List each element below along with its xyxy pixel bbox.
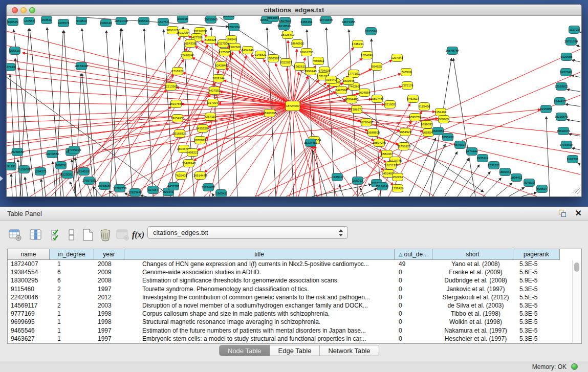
cell-name[interactable]: 9465546	[8, 326, 50, 335]
cell-year[interactable]: 2012	[95, 293, 126, 301]
graph-node[interactable]: 1375176	[401, 82, 413, 90]
graph-node[interactable]: 12213363	[164, 83, 178, 91]
graph-node[interactable]: 10807487	[371, 95, 384, 103]
cell-year[interactable]: 2008	[95, 276, 126, 285]
cell-year[interactable]: 1997	[95, 335, 126, 343]
graph-node[interactable]: 127743	[7, 63, 15, 71]
cell-name[interactable]: 14569117	[8, 301, 50, 310]
graph-node[interactable]: 184546	[226, 36, 237, 43]
table-settings-icon[interactable]	[8, 228, 23, 242]
graph-node[interactable]: 11156889	[17, 166, 31, 173]
graph-node[interactable]: 18300295	[263, 110, 277, 117]
graph-node[interactable]: 1854248	[361, 52, 373, 59]
graph-node[interactable]: 12923448	[128, 189, 142, 196]
graph-node[interactable]: 7857224	[228, 24, 240, 31]
table-row[interactable]: 1872400712008Changes of HCN gene express…	[8, 260, 563, 268]
graph-node[interactable]: 1733426	[391, 185, 404, 192]
cell-short[interactable]: Dudbridge et al. (2008)	[435, 276, 516, 285]
graph-node[interactable]: 18107554	[169, 100, 183, 108]
graph-node[interactable]: 9227349	[560, 69, 572, 76]
cell-year[interactable]: 1997	[95, 326, 126, 335]
graph-node[interactable]: 15134451	[304, 139, 318, 147]
graph-node[interactable]: 17359924	[68, 146, 81, 154]
cell-name[interactable]: 9699695	[8, 318, 50, 326]
cell-name[interactable]: 18300295	[8, 276, 50, 285]
graph-node[interactable]: 15692971	[557, 127, 571, 135]
graph-node[interactable]: 9115460	[419, 103, 431, 111]
cell-title[interactable]: Estimation of the future numbers of pati…	[126, 326, 397, 335]
column-header-title[interactable]: title	[124, 249, 395, 260]
graph-node[interactable]: 18724007	[286, 101, 300, 111]
graph-node[interactable]: 16720407	[360, 119, 374, 126]
cell-name[interactable]: 19384554	[8, 268, 50, 276]
cell-short[interactable]: Stergiakouli et al. (2012)	[435, 293, 516, 301]
graph-node[interactable]: 16961758	[300, 49, 314, 56]
cell-pagerank[interactable]: 5.3E-5	[516, 335, 563, 343]
graph-node[interactable]: 18807249	[373, 139, 386, 147]
graph-node[interactable]: 8454749	[242, 47, 254, 54]
cell-pagerank[interactable]: 5.3E-5	[516, 260, 563, 268]
cell-name[interactable]: 22420046	[8, 293, 50, 301]
graph-node[interactable]: 20206556	[46, 150, 59, 158]
table-row[interactable]: 911546021997Tourette syndrome. Phenomeno…	[8, 285, 563, 293]
graph-node[interactable]: 915449	[326, 76, 337, 84]
cell-title[interactable]: Structural magnetic resonance image aver…	[126, 318, 397, 326]
column-header-year[interactable]: year	[94, 249, 124, 260]
create-new-column-icon[interactable]	[81, 228, 95, 242]
graph-node[interactable]: 8958923	[442, 134, 454, 141]
cell-pagerank[interactable]: 5.3E-5	[516, 285, 563, 293]
graph-node[interactable]: 6466161	[300, 18, 313, 26]
graph-node[interactable]: 3624554	[358, 89, 371, 97]
graph-node[interactable]: 1615132	[385, 162, 397, 169]
table-row[interactable]: 969969511998Structural magnetic resonanc…	[8, 318, 563, 326]
cell-short[interactable]: Franke et al. (2009)	[435, 268, 516, 276]
graph-node[interactable]: 10688609	[366, 129, 380, 137]
cell-title[interactable]: Disruption of a novel member of a sodium…	[126, 301, 397, 310]
cell-short[interactable]: Yano et al. (2008)	[435, 260, 516, 268]
cell-out_de[interactable]: 0	[397, 318, 435, 326]
table-row[interactable]: 946554611997Estimation of the future num…	[8, 326, 563, 335]
graph-node[interactable]: 20691406	[115, 17, 128, 25]
column-header-short[interactable]: short	[432, 249, 513, 260]
table-row[interactable]: 1938455462009Genome-wide association stu…	[8, 268, 563, 276]
graph-node[interactable]: 940840	[76, 17, 87, 25]
graph-node[interactable]: 3175685	[219, 49, 231, 56]
cell-out_de[interactable]: 0	[397, 293, 435, 301]
function-builder-icon[interactable]: f(x)	[131, 228, 145, 242]
cell-in_degree[interactable]: 6	[50, 268, 95, 276]
graph-node[interactable]: 1167531	[567, 156, 579, 163]
cell-short[interactable]: Hescheler et al. (1997)	[435, 335, 516, 343]
graph-node[interactable]: 17957253	[82, 177, 96, 185]
select-all-columns-icon[interactable]	[49, 228, 63, 242]
graph-node[interactable]: 954925	[372, 63, 382, 71]
cell-pagerank[interactable]: 5.3E-5	[516, 310, 563, 318]
graph-node[interactable]: 909758	[56, 162, 67, 169]
graph-node[interactable]: 9146821	[254, 51, 267, 59]
graph-node[interactable]: 7955812	[312, 57, 324, 65]
graph-node[interactable]: 152760	[158, 18, 169, 26]
graph-node[interactable]: 19751074	[564, 38, 578, 46]
close-panel-icon[interactable]: ✕	[575, 208, 582, 218]
graph-node[interactable]: 8186328	[204, 36, 216, 44]
graph-node[interactable]: 9498222	[186, 149, 199, 157]
cell-pagerank[interactable]: 5.6E-5	[516, 268, 563, 276]
graph-node[interactable]: 9654923	[399, 128, 411, 136]
tab-node-table[interactable]: Node Table	[220, 345, 270, 356]
graph-node[interactable]: 8878832	[194, 137, 206, 144]
cell-pagerank[interactable]: 5.3E-5	[516, 318, 563, 326]
graph-node[interactable]: 14353594	[196, 125, 210, 133]
graph-node[interactable]: 2803144	[212, 75, 225, 82]
graph-node[interactable]: 9457791	[167, 183, 180, 190]
graph-node[interactable]: 194542	[332, 173, 343, 181]
cell-out_de[interactable]: 0	[397, 301, 435, 310]
cell-in_degree[interactable]: 2	[50, 285, 95, 293]
graph-node[interactable]: 125051	[62, 171, 73, 179]
cell-short[interactable]: Jankovic et al. (1997)	[435, 285, 516, 293]
graph-node[interactable]: 140557	[24, 17, 35, 25]
scrollbar-thumb[interactable]	[574, 262, 579, 272]
graph-node[interactable]: 917004	[208, 99, 219, 107]
graph-node[interactable]: 10719155	[319, 16, 333, 24]
graph-node[interactable]: 15716485	[202, 184, 215, 191]
cell-short[interactable]: de Silva et al. (2003)	[435, 301, 516, 310]
table-select[interactable]: citations_edges.txt	[147, 226, 348, 239]
